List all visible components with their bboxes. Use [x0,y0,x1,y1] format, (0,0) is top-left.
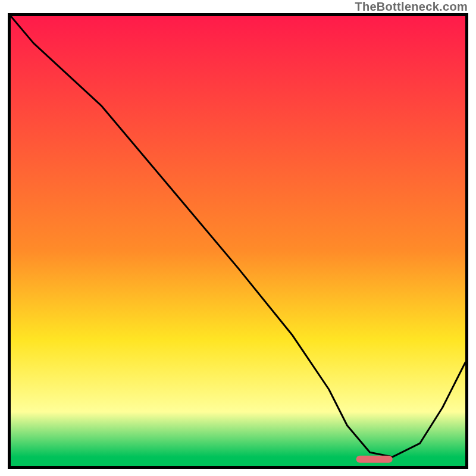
bottleneck-chart [11,16,465,466]
plot-background [11,16,465,466]
watermark-text: TheBottleneck.com [355,0,468,14]
optimal-range-marker [356,456,393,463]
